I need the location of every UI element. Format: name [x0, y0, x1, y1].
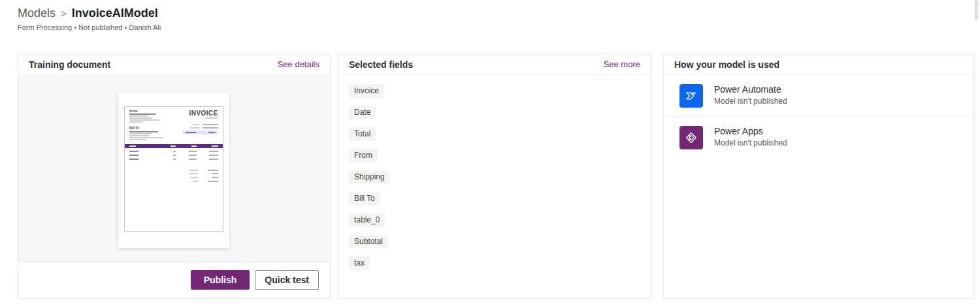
model-usage-card: How your model is used Power Automate Mo… [663, 53, 975, 299]
field-tag-table-0[interactable]: table_0 [349, 213, 385, 227]
quick-test-button[interactable]: Quick test [255, 270, 319, 290]
field-tag-date[interactable]: Date [349, 106, 376, 119]
invoice-table-header [125, 144, 223, 148]
training-document-card: Training document See details From INVOI… [18, 53, 331, 299]
breadcrumb: Models > InvoiceAIModel [18, 7, 161, 20]
invoice-thumbnail[interactable]: From INVOICE Bill To [118, 93, 229, 248]
field-tag-from[interactable]: From [349, 149, 378, 162]
breadcrumb-separator-icon: > [61, 8, 67, 19]
see-more-link[interactable]: See more [604, 59, 640, 69]
selected-fields-header: Selected fields See more [338, 54, 651, 75]
usage-app-status: Model isn't published [714, 97, 787, 106]
invoice-doc-title: INVOICE [189, 110, 218, 117]
invoice-thumbnail-page: From INVOICE Bill To [124, 106, 223, 232]
model-usage-title: How your model is used [674, 59, 779, 70]
field-tag-shipping[interactable]: Shipping [349, 170, 390, 184]
field-tag-subtotal[interactable]: Subtotal [349, 235, 388, 249]
usage-app-status: Model isn't published [714, 138, 787, 147]
usage-app-name: Power Automate [714, 84, 787, 95]
usage-row-power-automate[interactable]: Power Automate Model isn't published [664, 75, 974, 116]
usage-row-power-apps[interactable]: Power Apps Model isn't published [664, 117, 974, 158]
selected-fields-list: Invoice Date Total From Shipping Bill To… [338, 75, 651, 279]
power-automate-icon [679, 84, 703, 108]
field-tag-invoice[interactable]: Invoice [349, 84, 384, 98]
selected-fields-card: Selected fields See more Invoice Date To… [338, 53, 651, 299]
page-title: InvoiceAIModel [72, 7, 158, 20]
model-subtitle: Form Processing • Not published • Danish… [18, 23, 161, 31]
model-usage-header: How your model is used [664, 54, 974, 75]
selected-fields-title: Selected fields [349, 59, 413, 70]
training-document-title: Training document [29, 59, 110, 70]
training-document-footer: Publish Quick test [18, 262, 330, 298]
publish-button[interactable]: Publish [191, 270, 250, 290]
invoice-balance-due-highlight [183, 130, 218, 134]
usage-row-text: Power Automate Model isn't published [714, 84, 787, 106]
usage-app-name: Power Apps [714, 126, 787, 136]
page-header: Models > InvoiceAIModel Form Processing … [18, 7, 161, 31]
field-tag-tax[interactable]: tax [349, 256, 370, 270]
training-document-header: Training document See details [18, 54, 330, 75]
usage-row-text: Power Apps Model isn't published [714, 126, 787, 147]
field-tag-total[interactable]: Total [349, 127, 376, 141]
invoice-from-label: From [129, 109, 138, 113]
scrollbar[interactable] [975, 0, 978, 20]
power-apps-icon [679, 126, 703, 149]
breadcrumb-models-link[interactable]: Models [18, 7, 56, 20]
field-tag-bill-to[interactable]: Bill To [349, 192, 380, 205]
invoice-billto-label: Bill To [129, 126, 139, 130]
training-document-preview-area: From INVOICE Bill To [18, 75, 330, 262]
see-details-link[interactable]: See details [278, 59, 319, 69]
